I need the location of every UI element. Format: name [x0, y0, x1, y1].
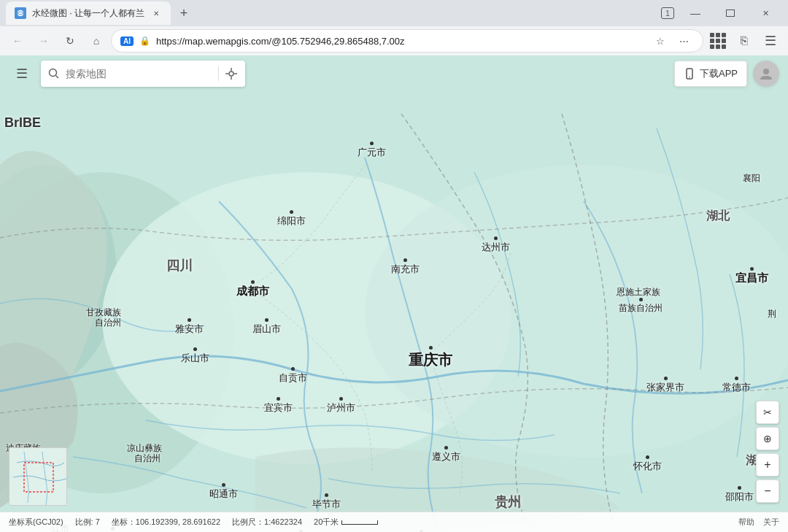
scale-level: 比例: 7: [75, 517, 100, 528]
map-toolbar: ☰: [0, 55, 788, 92]
restore-button[interactable]: [714, 0, 747, 26]
menu-toggle-button[interactable]: ☰: [9, 61, 35, 87]
address-actions: ☆ ⋯: [650, 31, 694, 51]
zoom-out-icon: −: [764, 485, 770, 498]
zoom-in-icon: +: [764, 458, 770, 471]
svg-rect-16: [9, 448, 67, 506]
new-tab-button[interactable]: +: [174, 3, 194, 23]
map-container[interactable]: ☰: [0, 55, 788, 532]
url-text: https://map.wemapgis.com/@105.752946,29.…: [156, 36, 644, 47]
scale-ratio-label: 比例尺：1:4622324: [232, 517, 302, 528]
more-button[interactable]: ⋯: [673, 31, 694, 51]
thumbnail-map[interactable]: [9, 447, 67, 506]
scale-level-label: 比例: 7: [75, 517, 100, 528]
svg-point-14: [689, 77, 690, 78]
ai-badge: AI: [120, 36, 134, 46]
feedback-link[interactable]: 帮助: [738, 517, 754, 528]
location-button[interactable]: [225, 67, 238, 80]
back-button[interactable]: ←: [6, 29, 29, 53]
svg-point-15: [763, 69, 769, 74]
restore-icon: [726, 9, 735, 17]
browser-tab[interactable]: 水经微图 · 让每一个人都有兰 ✕: [6, 1, 171, 25]
nav-bar: ← → ↻ ⌂ AI 🔒 https://map.wemapgis.com/@1…: [0, 26, 788, 55]
search-box[interactable]: [41, 61, 245, 87]
scale-ratio-display: 比例尺：1:4622324: [232, 517, 302, 528]
scale-distance-label: 20千米: [314, 517, 339, 528]
svg-point-8: [229, 72, 233, 76]
minimize-button[interactable]: —: [679, 0, 712, 26]
svg-point-6: [50, 69, 57, 77]
scale-distance-display: 20千米: [314, 517, 378, 528]
menu-button[interactable]: ☰: [759, 29, 782, 53]
coord-system-label: 坐标系(GCJ02): [9, 517, 63, 528]
coordinates-display: 坐标：106.192399, 28.691622: [112, 517, 220, 528]
tab-title: 水经微图 · 让每一个人都有兰: [32, 7, 144, 20]
bookmark-button[interactable]: ☆: [650, 31, 671, 51]
close-button[interactable]: ✕: [749, 0, 782, 26]
user-avatar[interactable]: [753, 61, 779, 87]
extensions-button[interactable]: [706, 29, 730, 53]
map-status-bar: 坐标系(GCJ02) 比例: 7 坐标：106.192399, 28.69162…: [0, 512, 788, 532]
address-bar[interactable]: AI 🔒 https://map.wemapgis.com/@105.75294…: [111, 29, 703, 53]
search-divider: [218, 66, 219, 81]
home-button[interactable]: ⌂: [85, 29, 108, 53]
scale-line: [341, 520, 378, 525]
browser-actions: ⎘ ☰: [706, 29, 782, 53]
grid-icon: [710, 33, 726, 49]
scale-bar: [341, 520, 378, 525]
title-bar: 水经微图 · 让每一个人都有兰 ✕ + 1 — ✕: [0, 0, 788, 26]
svg-point-5: [365, 165, 788, 457]
scissors-button[interactable]: ✂: [756, 401, 779, 424]
tab-close-button[interactable]: ✕: [150, 7, 162, 19]
window-badge: 1: [661, 7, 674, 19]
map-svg: [0, 55, 788, 532]
search-input[interactable]: [66, 68, 212, 80]
secure-icon: 🔒: [139, 36, 150, 46]
share-button[interactable]: ⎘: [733, 29, 756, 53]
tab-favicon: [15, 7, 26, 19]
svg-line-7: [56, 76, 59, 79]
forward-button[interactable]: →: [32, 29, 55, 53]
status-links: 帮助 关于: [738, 517, 779, 528]
map-controls: ✂ ⊕ + −: [756, 401, 779, 503]
coord-system: 坐标系(GCJ02): [9, 517, 63, 528]
download-app-button[interactable]: 下载APP: [674, 61, 747, 87]
download-app-label: 下载APP: [700, 67, 738, 80]
zoom-out-button[interactable]: −: [756, 479, 779, 503]
about-link[interactable]: 关于: [763, 517, 779, 528]
search-icon[interactable]: [48, 68, 60, 80]
compass-button[interactable]: ⊕: [756, 427, 779, 450]
browser-chrome: 水经微图 · 让每一个人都有兰 ✕ + 1 — ✕ ← → ↻ ⌂ AI 🔒 h…: [0, 0, 788, 55]
reload-button[interactable]: ↻: [58, 29, 82, 53]
zoom-in-button[interactable]: +: [756, 453, 779, 477]
thumbnail-svg: [9, 448, 67, 506]
phone-icon: [684, 68, 695, 80]
avatar-icon: [758, 66, 774, 82]
coordinates-label: 坐标：106.192399, 28.691622: [112, 517, 220, 528]
